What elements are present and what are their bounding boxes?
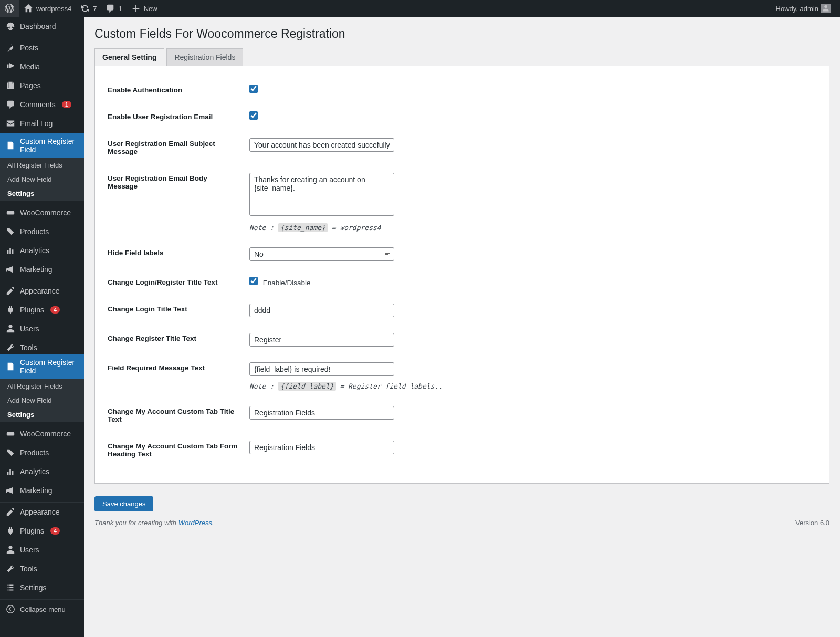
marketing-icon [5, 485, 16, 496]
sidebar-item-label: Plugins [20, 306, 44, 314]
submenu-add-field[interactable]: Add New Field [0, 172, 84, 186]
collapse-label: Collapse menu [20, 605, 66, 613]
sidebar-item-marketing[interactable]: Marketing [0, 260, 84, 279]
sidebar-item-plugins[interactable]: Plugins 4 [0, 300, 84, 319]
email-icon [5, 118, 16, 129]
login-title-label: Change Login Title Text [108, 296, 244, 325]
enable-auth-checkbox[interactable] [249, 85, 258, 93]
sidebar-item-label: Tools [20, 343, 37, 352]
tab-registration-fields[interactable]: Registration Fields [166, 48, 243, 66]
footer-version: Version 6.0 [795, 519, 830, 527]
sidebar-item-products[interactable]: Products [0, 222, 84, 241]
sidebar-item-tools-2[interactable]: Tools [0, 559, 84, 578]
sidebar-item-analytics-2[interactable]: Analytics [0, 462, 84, 481]
sidebar-item-label: Media [20, 62, 40, 71]
settings-form: Enable Authentication Enable User Regist… [94, 66, 830, 484]
sidebar-item-plugins-2[interactable]: Plugins 4 [0, 521, 84, 540]
sidebar-item-custom-register-2[interactable]: Custom Register Field [0, 354, 84, 379]
plugins-icon [5, 526, 16, 536]
sidebar-item-label: Appearance [20, 508, 60, 516]
email-subject-input[interactable] [249, 138, 394, 152]
sidebar-item-label: Comments [20, 100, 56, 109]
sidebar-submenu: All Register Fields Add New Field Settin… [0, 158, 84, 201]
sidebar-item-label: Analytics [20, 246, 49, 255]
submenu-settings-2[interactable]: Settings [0, 408, 84, 422]
sidebar-item-appearance-2[interactable]: Appearance [0, 503, 84, 521]
email-body-label: User Registration Email Body Message [108, 165, 244, 239]
sidebar-item-woocommerce-2[interactable]: WooCommerce [0, 424, 84, 443]
sidebar-item-users-2[interactable]: Users [0, 540, 84, 559]
woo-icon [5, 429, 16, 439]
login-title-input[interactable] [249, 304, 394, 317]
save-button[interactable]: Save changes [94, 496, 153, 511]
sidebar-item-label: Pages [20, 81, 41, 90]
sidebar-item-settings[interactable]: Settings [0, 578, 84, 597]
wp-logo[interactable] [0, 0, 19, 17]
sidebar-item-pages[interactable]: Pages [0, 76, 84, 95]
tab-title-input[interactable] [249, 406, 394, 420]
sidebar-item-custom-register[interactable]: Custom Register Field [0, 133, 84, 158]
tab-heading-input[interactable] [249, 441, 394, 454]
sidebar-item-label: Users [20, 546, 39, 554]
woo-icon [5, 207, 16, 218]
comment-icon [105, 3, 116, 14]
submenu-all-fields-2[interactable]: All Register Fields [0, 379, 84, 393]
change-title-checkbox[interactable] [249, 277, 258, 285]
wordpress-icon [4, 3, 15, 14]
sidebar-item-marketing-2[interactable]: Marketing [0, 481, 84, 500]
sidebar-item-appearance[interactable]: Appearance [0, 281, 84, 300]
sidebar-item-label: Marketing [20, 265, 52, 274]
my-account-link[interactable]: Howdy, admin [772, 0, 835, 17]
required-msg-input[interactable] [249, 362, 394, 376]
sidebar-submenu-2: All Register Fields Add New Field Settin… [0, 379, 84, 422]
email-body-textarea[interactable]: Thanks for creating an account on {site_… [249, 173, 394, 216]
register-title-label: Change Register Title Text [108, 325, 244, 354]
sidebar-item-label: Tools [20, 565, 37, 573]
tab-general[interactable]: General Setting [94, 48, 164, 66]
sidebar-item-media[interactable]: Media [0, 57, 84, 76]
new-content-link[interactable]: New [127, 0, 162, 17]
hide-labels-select[interactable]: No [249, 247, 394, 261]
svg-rect-1 [7, 432, 14, 435]
analytics-icon [5, 245, 16, 256]
document-icon [5, 140, 16, 151]
sidebar-item-label: Dashboard [20, 22, 56, 30]
admin-footer: Thank you for creating with WordPress. V… [94, 511, 830, 527]
plugins-icon [5, 305, 16, 315]
submenu-add-field-2[interactable]: Add New Field [0, 393, 84, 408]
products-icon [5, 447, 16, 458]
sidebar-item-dashboard[interactable]: Dashboard [0, 17, 84, 36]
required-msg-label: Field Required Message Text [108, 354, 244, 398]
sidebar-item-comments[interactable]: Comments 1 [0, 95, 84, 114]
howdy-text: Howdy, admin [776, 5, 818, 13]
tools-icon [5, 563, 16, 574]
sidebar-item-email-log[interactable]: Email Log [0, 114, 84, 133]
plugins-badge-2: 4 [50, 527, 60, 535]
new-label: New [144, 5, 158, 13]
comments-link[interactable]: 1 [101, 0, 126, 17]
site-name-text: wordpress4 [36, 5, 71, 13]
submenu-settings[interactable]: Settings [0, 186, 84, 201]
updates-link[interactable]: 7 [76, 0, 101, 17]
admin-toolbar: wordpress4 7 1 New Howdy, admin [0, 0, 840, 17]
sidebar-item-products-2[interactable]: Products [0, 443, 84, 462]
register-title-input[interactable] [249, 333, 394, 347]
sidebar-item-posts[interactable]: Posts [0, 38, 84, 57]
sidebar-item-label: WooCommerce [20, 208, 71, 217]
collapse-icon [5, 604, 16, 614]
enable-email-checkbox[interactable] [249, 111, 258, 120]
media-icon [5, 61, 16, 72]
collapse-menu[interactable]: Collapse menu [0, 600, 84, 619]
site-name-link[interactable]: wordpress4 [19, 0, 76, 17]
sidebar-item-label: Analytics [20, 467, 49, 476]
sidebar-item-woocommerce[interactable]: WooCommerce [0, 203, 84, 222]
updates-count: 7 [93, 5, 97, 13]
footer-wp-link[interactable]: WordPress [178, 519, 212, 527]
document-icon [5, 361, 16, 372]
svg-rect-0 [7, 211, 14, 214]
sidebar-item-label: Marketing [20, 486, 52, 495]
sidebar-item-users[interactable]: Users [0, 319, 84, 338]
submenu-all-fields[interactable]: All Register Fields [0, 158, 84, 172]
update-icon [80, 3, 90, 14]
sidebar-item-analytics[interactable]: Analytics [0, 241, 84, 260]
